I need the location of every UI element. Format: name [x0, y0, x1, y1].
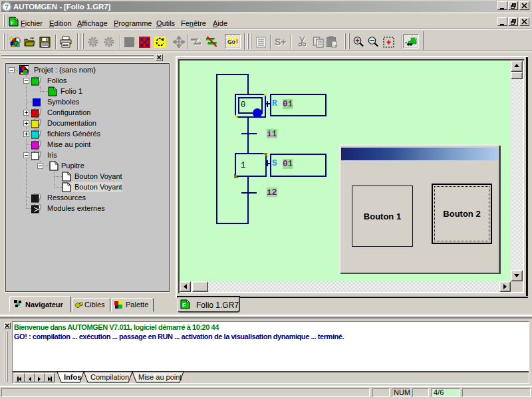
svg-text:Mise au point: Mise au point: [138, 373, 182, 381]
svg-text:Infos: Infos: [64, 373, 81, 381]
svg-text:7: 7: [5, 3, 9, 11]
svg-text:F: F: [182, 302, 186, 309]
svg-text:Compilation: Compilation: [90, 373, 129, 381]
